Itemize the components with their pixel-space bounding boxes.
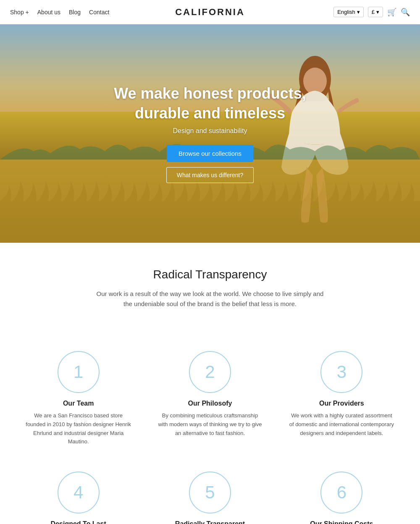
feature-item-4: 4 Designed To Last Share blog posts, pro… [13, 463, 144, 524]
feature-circle-3: 3 [320, 351, 362, 393]
feature-number-1: 1 [74, 362, 83, 382]
nav-contact[interactable]: Contact [89, 9, 109, 16]
nav-blog[interactable]: Blog [69, 9, 81, 16]
feature-item-3: 3 Our Providers We work with a highly cu… [276, 343, 407, 463]
nav-shop[interactable]: Shop + [10, 9, 29, 16]
feature-number-3: 3 [337, 362, 346, 382]
hero-subtitle: Design and sustainability [114, 127, 306, 135]
feature-circle-6: 6 [320, 472, 362, 514]
feature-title-3: Our Providers [289, 400, 395, 407]
feature-title-2: Our Philosofy [157, 400, 263, 407]
language-selector[interactable]: English ▾ [333, 7, 364, 17]
transparency-section: Radical Transparency Our work is a resul… [21, 243, 399, 326]
feature-item-2: 2 Our Philosofy By combining meticulous … [144, 343, 276, 463]
feature-title-5: Radically Transparent [157, 520, 263, 524]
search-icon[interactable]: 🔍 [401, 8, 410, 17]
currency-selector[interactable]: £ ▾ [368, 7, 383, 17]
transparency-title: Radical Transparency [31, 268, 389, 281]
feature-item-6: 6 Our Shipping Costs First time orders r… [276, 463, 407, 524]
cart-icon[interactable]: 🛒 [387, 8, 396, 17]
feature-circle-1: 1 [58, 351, 100, 393]
feature-number-6: 6 [337, 482, 346, 503]
nav-links: Shop + About us Blog Contact [10, 9, 109, 16]
features-grid: 1 Our Team We are a San Francisco based … [4, 343, 416, 524]
hero-content: We make honest products,durable and time… [105, 76, 314, 192]
feature-number-4: 4 [74, 482, 83, 503]
feature-circle-2: 2 [189, 351, 231, 393]
feature-title-1: Our Team [25, 400, 131, 407]
brand-logo[interactable]: CALIFORNIA [175, 7, 245, 18]
feature-number-2: 2 [205, 362, 215, 382]
what-makes-us-different-button[interactable]: What makes us different? [166, 167, 254, 183]
feature-desc-1: We are a San Francisco based store found… [25, 411, 131, 446]
nav-right: English ▾ £ ▾ 🛒 🔍 [333, 7, 410, 17]
feature-desc-2: By combining meticulous craftsmanship wi… [157, 411, 263, 438]
feature-number-5: 5 [205, 482, 215, 503]
hero-title: We make honest products,durable and time… [114, 84, 306, 123]
nav-about[interactable]: About us [37, 9, 60, 16]
feature-circle-4: 4 [58, 472, 100, 514]
feature-circle-5: 5 [189, 472, 231, 514]
feature-title-4: Designed To Last [25, 520, 131, 524]
navbar: Shop + About us Blog Contact CALIFORNIA … [0, 0, 420, 24]
transparency-description: Our work is a result of the way we look … [92, 289, 328, 309]
feature-desc-3: We work with a highly curated assortment… [289, 411, 395, 438]
feature-item-1: 1 Our Team We are a San Francisco based … [13, 343, 144, 463]
feature-item-5: 5 Radically Transparent We believe our c… [144, 463, 276, 524]
feature-title-6: Our Shipping Costs [289, 520, 395, 524]
hero-section: We make honest products,durable and time… [0, 24, 420, 243]
browse-collections-button[interactable]: Browse our collections [167, 145, 253, 162]
